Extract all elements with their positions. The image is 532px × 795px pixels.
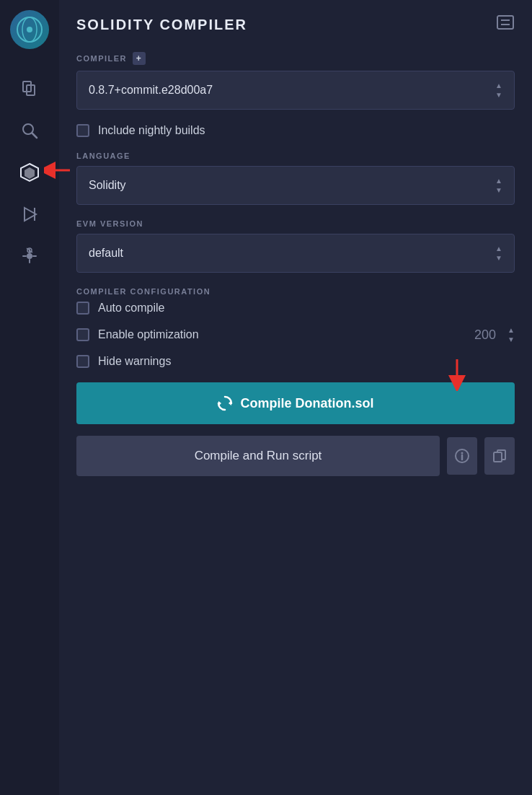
auto-compile-checkbox[interactable]	[76, 302, 89, 315]
evm-version-select[interactable]: default ▲ ▼	[76, 234, 515, 273]
sidebar-logo	[0, 0, 59, 59]
optimization-value: 200	[474, 328, 496, 343]
enable-optimization-row: Enable optimization 200 ▲ ▼	[76, 326, 515, 343]
compile-icon	[217, 395, 233, 411]
compiler-info-btn[interactable]: +	[133, 52, 146, 65]
evm-label: EVM VERSION	[76, 219, 515, 228]
hide-warnings-label: Hide warnings	[98, 355, 171, 368]
sidebar-item-solidity[interactable]	[8, 154, 51, 190]
info-button[interactable]	[447, 437, 477, 475]
config-label: COMPILER CONFIGURATION	[76, 287, 515, 296]
language-value: Solidity	[89, 179, 126, 192]
svg-rect-15	[497, 16, 513, 29]
svg-marker-20	[218, 401, 221, 406]
sidebar	[0, 0, 59, 795]
copy-button[interactable]	[484, 437, 515, 475]
svg-line-6	[32, 133, 37, 139]
sidebar-item-debug[interactable]	[8, 238, 51, 274]
hide-warnings-checkbox[interactable]	[76, 355, 89, 368]
enable-optimization-checkbox[interactable]	[76, 328, 89, 341]
compile-button-label: Compile Donation.sol	[240, 396, 373, 411]
compiler-version-value: 0.8.7+commit.e28d00a7	[89, 84, 213, 97]
compiler-version-arrows: ▲ ▼	[495, 82, 502, 99]
language-section: LANGUAGE Solidity ▲ ▼	[76, 151, 515, 205]
compiler-config-section: COMPILER CONFIGURATION Auto compile Enab…	[76, 287, 515, 368]
main-content: SOLIDITY COMPILER COMPILER + 0.8.7+commi…	[59, 0, 532, 795]
svg-point-12	[27, 253, 32, 259]
auto-compile-label: Auto compile	[98, 302, 165, 315]
svg-marker-9	[25, 167, 35, 179]
logo-icon	[10, 10, 49, 49]
header: SOLIDITY COMPILER	[76, 14, 515, 35]
nightly-builds-label: Include nightly builds	[98, 124, 205, 137]
menu-icon[interactable]	[496, 14, 515, 35]
nightly-builds-row: Include nightly builds	[76, 124, 515, 137]
svg-point-2	[27, 27, 32, 32]
language-arrows: ▲ ▼	[495, 177, 502, 194]
compiler-label: COMPILER +	[76, 52, 515, 65]
svg-rect-24	[494, 452, 502, 462]
compile-btn-container: Compile Donation.sol	[76, 382, 515, 424]
compiler-section: COMPILER + 0.8.7+commit.e28d00a7 ▲ ▼	[76, 52, 515, 110]
hide-warnings-row: Hide warnings	[76, 355, 515, 368]
sidebar-item-search[interactable]	[8, 113, 51, 149]
sidebar-item-run[interactable]	[8, 196, 51, 232]
evm-version-arrows: ▲ ▼	[495, 245, 502, 262]
compile-run-button[interactable]: Compile and Run script	[76, 436, 440, 476]
compile-run-row: Compile and Run script	[76, 436, 515, 476]
language-label: LANGUAGE	[76, 151, 515, 160]
nightly-builds-checkbox[interactable]	[76, 124, 89, 137]
optimization-spinner[interactable]: ▲ ▼	[507, 326, 515, 343]
sidebar-item-files[interactable]	[8, 71, 51, 107]
auto-compile-row: Auto compile	[76, 302, 515, 315]
svg-point-23	[461, 452, 464, 454]
compiler-version-select[interactable]: 0.8.7+commit.e28d00a7 ▲ ▼	[76, 71, 515, 110]
page-title: SOLIDITY COMPILER	[76, 17, 247, 33]
svg-marker-19	[229, 400, 231, 405]
compile-button[interactable]: Compile Donation.sol	[76, 382, 515, 424]
evm-section: EVM VERSION default ▲ ▼	[76, 219, 515, 273]
language-select[interactable]: Solidity ▲ ▼	[76, 166, 515, 205]
evm-version-value: default	[89, 247, 123, 260]
enable-optimization-label: Enable optimization	[98, 328, 466, 341]
